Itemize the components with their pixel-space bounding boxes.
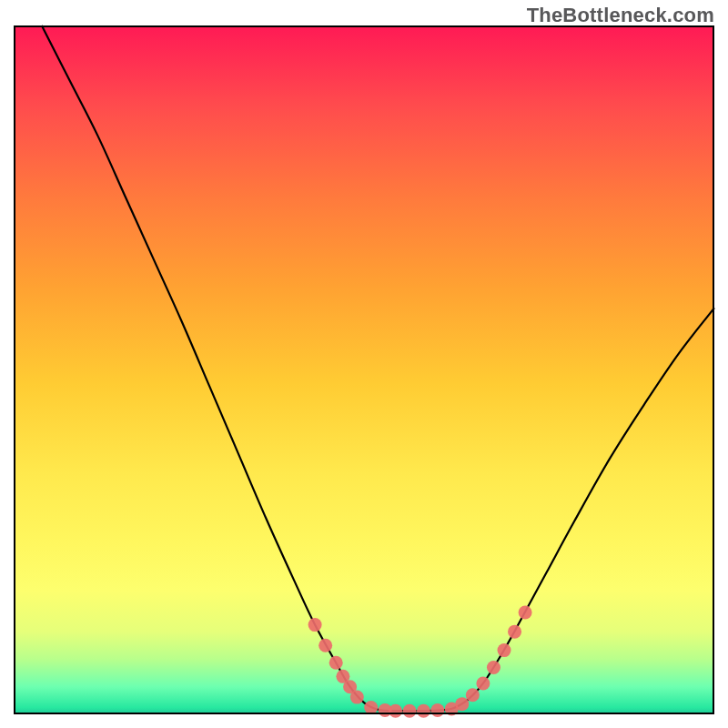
attribution-text: TheBottleneck.com	[527, 4, 714, 27]
marker-dot	[466, 688, 480, 702]
marker-dots	[308, 605, 532, 717]
marker-dot	[403, 704, 417, 718]
marker-dot	[389, 704, 402, 718]
marker-dot	[430, 703, 444, 717]
bottleneck-curve	[42, 25, 714, 711]
marker-dot	[476, 676, 490, 690]
marker-dot	[508, 625, 521, 639]
marker-dot	[350, 691, 364, 704]
marker-dot	[519, 605, 532, 619]
marker-dot	[417, 704, 430, 718]
chart-frame: TheBottleneck.com	[0, 0, 728, 728]
marker-dot	[364, 701, 378, 714]
chart-svg	[14, 25, 714, 714]
marker-dot	[318, 639, 332, 652]
marker-dot	[455, 697, 469, 711]
marker-dot	[329, 656, 343, 670]
marker-dot	[308, 618, 322, 632]
marker-dot	[498, 643, 511, 657]
marker-dot	[487, 661, 500, 674]
